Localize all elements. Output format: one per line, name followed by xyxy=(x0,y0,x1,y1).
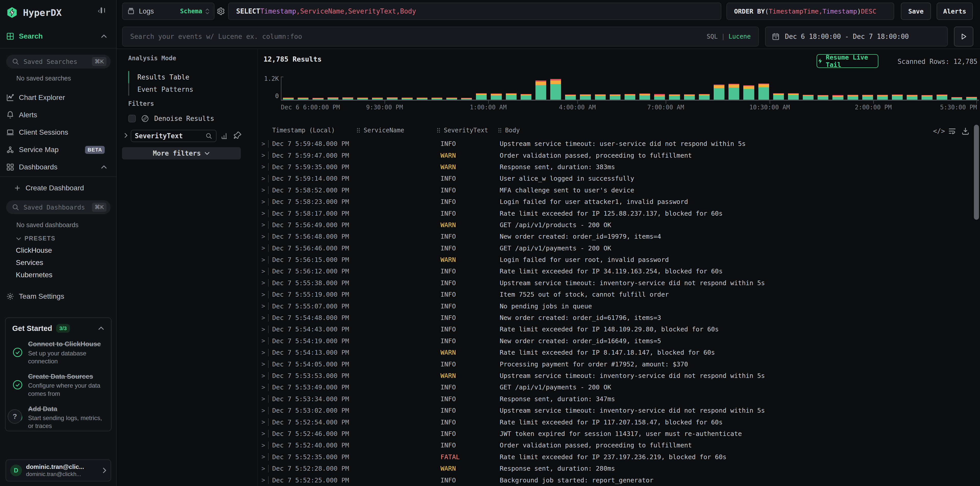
histogram-bar[interactable] xyxy=(298,97,309,100)
vertical-scrollbar[interactable] xyxy=(974,125,979,220)
histogram-bar[interactable] xyxy=(328,97,338,100)
column-header-servicename[interactable]: ServiceName xyxy=(357,127,404,134)
sidebar-item-team-settings[interactable]: Team Settings xyxy=(6,290,111,303)
expand-row-icon[interactable]: > xyxy=(261,349,268,356)
table-row[interactable]: >Dec 7 5:55:19.000 PMINFOItem 7525 out o… xyxy=(258,289,973,300)
histogram-bar[interactable] xyxy=(684,94,695,100)
table-row[interactable]: >Dec 7 5:56:15.000 PMWARNLogin failed fo… xyxy=(258,254,973,266)
table-row[interactable]: >Dec 7 5:59:47.000 PMWARNOrder validatio… xyxy=(258,150,973,161)
histogram-bar[interactable] xyxy=(773,93,784,100)
histogram-bar[interactable] xyxy=(937,94,947,100)
histogram-bar[interactable] xyxy=(699,94,710,100)
histogram-bar[interactable] xyxy=(758,84,769,100)
table-row[interactable]: >Dec 7 5:59:48.000 PMINFOUpstream servic… xyxy=(258,138,973,150)
mode-results-table[interactable]: Results Table xyxy=(128,71,235,83)
expand-row-icon[interactable]: > xyxy=(261,407,268,414)
order-by-input[interactable]: ORDER BY (TimestampTime, Timestamp) DESC xyxy=(727,3,894,20)
column-header-severitytext[interactable]: SeverityText xyxy=(437,127,488,134)
chart-filter-icon[interactable] xyxy=(221,132,229,140)
histogram-bar[interactable] xyxy=(506,93,517,100)
severity-filter-group[interactable]: SeverityText xyxy=(131,130,216,142)
saved-searches-input[interactable]: Saved Searches ⌘K xyxy=(6,55,111,69)
expand-row-icon[interactable]: > xyxy=(261,291,268,298)
histogram-bar[interactable] xyxy=(743,85,754,100)
sidebar-item-client-sessions[interactable]: Client Sessions xyxy=(6,126,111,139)
select-query-input[interactable]: SELECT Timestamp,ServiceName,SeverityTex… xyxy=(228,3,721,20)
lucene-search-input[interactable]: Search your events w/ Lucene ex. column:… xyxy=(122,27,759,46)
histogram-bar[interactable] xyxy=(565,94,576,100)
download-icon[interactable] xyxy=(961,127,970,135)
query-settings-gear-icon[interactable] xyxy=(216,6,225,16)
histogram-bar[interactable] xyxy=(550,79,561,100)
histogram-bar[interactable] xyxy=(446,97,457,100)
histogram-bar[interactable] xyxy=(580,94,590,100)
table-row[interactable]: >Dec 7 5:52:54.000 PMINFORate limit exce… xyxy=(258,416,973,428)
histogram-bar[interactable] xyxy=(818,95,828,100)
table-row[interactable]: >Dec 7 5:53:34.000 PMINFOResponse sent, … xyxy=(258,393,973,405)
chevron-up-icon[interactable] xyxy=(100,34,107,38)
histogram-bar[interactable] xyxy=(832,95,843,100)
histogram-bar[interactable] xyxy=(877,95,888,100)
histogram-bar[interactable] xyxy=(357,97,368,100)
table-row[interactable]: >Dec 7 5:55:38.000 PMINFOUpstream servic… xyxy=(258,277,973,289)
histogram-bar[interactable] xyxy=(313,98,323,100)
table-row[interactable]: >Dec 7 5:52:46.000 PMINFOJWT token expir… xyxy=(258,428,973,440)
preset-clickhouse[interactable]: ClickHouse xyxy=(16,244,52,257)
expand-row-icon[interactable]: > xyxy=(261,256,268,263)
drag-handle-icon[interactable] xyxy=(498,128,500,129)
expand-row-icon[interactable]: > xyxy=(261,279,268,287)
chevron-up-icon[interactable] xyxy=(100,165,107,169)
histogram-bar[interactable] xyxy=(862,95,873,100)
expand-row-icon[interactable]: > xyxy=(261,140,268,147)
get-started-step[interactable]: Connect to ClickHouse Set up your databa… xyxy=(12,340,105,365)
table-row[interactable]: >Dec 7 5:52:40.000 PMINFOOrder validatio… xyxy=(258,440,973,451)
table-row[interactable]: >Dec 7 5:59:35.000 PMWARNResponse sent, … xyxy=(258,161,973,173)
table-row[interactable]: >Dec 7 5:53:53.000 PMWARNUpstream servic… xyxy=(258,370,973,381)
table-row[interactable]: >Dec 7 5:54:48.000 PMINFONew order creat… xyxy=(258,312,973,323)
table-row[interactable]: >Dec 7 5:56:12.000 PMINFORate limit exce… xyxy=(258,266,973,277)
histogram-bar[interactable] xyxy=(788,93,799,100)
sidebar-item-dashboards[interactable]: Dashboards xyxy=(6,161,111,173)
get-started-step[interactable]: Create Data Sources Configure where your… xyxy=(12,372,105,398)
histogram-bar[interactable] xyxy=(669,94,680,100)
drag-handle-icon[interactable] xyxy=(437,128,438,129)
preset-kubernetes[interactable]: Kubernetes xyxy=(16,269,52,281)
expand-row-icon[interactable]: > xyxy=(261,476,268,484)
expand-row-icon[interactable]: > xyxy=(261,221,268,228)
help-button[interactable]: ? xyxy=(8,410,22,424)
date-range-picker[interactable]: Dec 6 18:00:00 - Dec 7 18:00:00 xyxy=(765,27,948,46)
language-toggle[interactable]: SQL | Lucene xyxy=(706,33,751,40)
table-row[interactable]: >Dec 7 5:54:05.000 PMINFOProcessing paym… xyxy=(258,358,973,370)
table-row[interactable]: >Dec 7 5:58:52.000 PMINFOMFA challenge s… xyxy=(258,185,973,196)
histogram-bar[interactable] xyxy=(729,84,739,100)
table-row[interactable]: >Dec 7 5:56:46.000 PMINFOGET /api/v1/pay… xyxy=(258,242,973,254)
sidebar-item-chart-explorer[interactable]: Chart Explorer xyxy=(6,91,111,104)
preset-services[interactable]: Services xyxy=(16,257,43,269)
alerts-button[interactable]: Alerts xyxy=(937,3,973,20)
expand-row-icon[interactable]: > xyxy=(261,465,268,472)
expand-row-icon[interactable]: > xyxy=(261,186,268,194)
histogram-bar[interactable] xyxy=(491,94,501,100)
histogram-bar[interactable] xyxy=(476,93,487,100)
table-row[interactable]: >Dec 7 5:53:02.000 PMINFOUpstream servic… xyxy=(258,405,973,416)
sidebar-item-alerts[interactable]: Alerts xyxy=(6,109,111,121)
histogram-bar[interactable] xyxy=(907,95,918,100)
histogram-bar[interactable] xyxy=(387,97,398,100)
expand-row-icon[interactable]: > xyxy=(261,152,268,159)
presets-section[interactable]: PRESETS xyxy=(16,235,56,242)
table-row[interactable]: >Dec 7 5:58:17.000 PMINFORate limit exce… xyxy=(258,207,973,219)
expand-row-icon[interactable]: > xyxy=(261,395,268,402)
histogram-bar[interactable] xyxy=(417,97,428,100)
chevron-right-icon[interactable] xyxy=(124,132,128,139)
histogram-bar[interactable] xyxy=(625,94,635,100)
user-profile[interactable]: D dominic.tran@clic... dominic.tran@clic… xyxy=(6,459,111,481)
column-header-timestamp[interactable]: Timestamp (Local) xyxy=(272,127,335,134)
table-row[interactable]: >Dec 7 5:56:49.000 PMWARNGET /api/v1/pro… xyxy=(258,219,973,231)
histogram-bar[interactable] xyxy=(535,80,546,100)
table-row[interactable]: >Dec 7 5:52:25.000 PMINFOBackground job … xyxy=(258,474,973,486)
table-row[interactable]: >Dec 7 5:54:13.000 PMWARNRate limit exce… xyxy=(258,347,973,358)
histogram-bar[interactable] xyxy=(372,97,383,100)
table-row[interactable]: >Dec 7 5:54:43.000 PMINFORate limit exce… xyxy=(258,323,973,335)
histogram-bar[interactable] xyxy=(610,94,620,100)
sql-toggle[interactable]: SQL xyxy=(706,33,718,40)
